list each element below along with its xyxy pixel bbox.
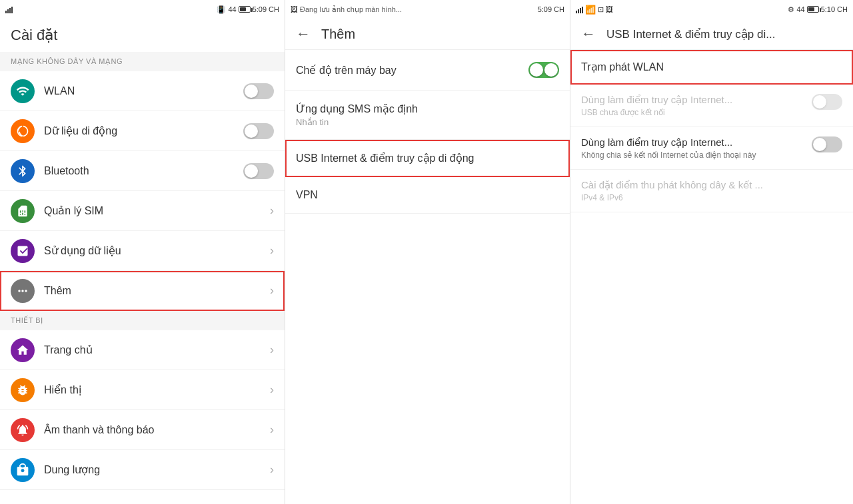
bluetooth-icon	[11, 159, 35, 183]
left-panel: 📳 44 5:09 CH Cài đặt MẠNG KHÔNG DÂY VÀ M…	[0, 0, 285, 504]
more-arrow: ›	[270, 284, 274, 298]
display-label: Hiển thị	[44, 383, 270, 396]
flight-mode-toggle[interactable]	[528, 62, 559, 78]
bluetooth-toggle[interactable]	[243, 163, 274, 179]
settings-item-storage[interactable]: Dung lượng ›	[0, 450, 285, 490]
sms-app-sub: Nhắn tin	[296, 117, 559, 127]
hotspot-settings-text: Cài đặt điểm thu phát không dây & kết ..…	[581, 179, 842, 202]
sms-app-item[interactable]: Ứng dụng SMS mặc định Nhắn tin	[285, 91, 570, 140]
right-battery-level: 44	[796, 5, 804, 13]
right-wifi-icon: 📶	[585, 5, 596, 15]
mobile-hotspot-toggle[interactable]	[812, 136, 842, 152]
settings-item-display[interactable]: Hiển thị ›	[0, 370, 285, 410]
settings-item-mobile-data[interactable]: Dữ liệu di động	[0, 111, 285, 151]
sim-label: Quản lý SIM	[44, 204, 270, 217]
middle-panel: 🖼 Đang lưu ảnh chụp màn hình... 5:09 CH …	[285, 0, 570, 504]
sound-text: Âm thanh và thông báo	[44, 424, 270, 436]
vpn-item[interactable]: VPN	[285, 177, 570, 214]
middle-title: Thêm	[321, 27, 355, 42]
bluetooth-text: Bluetooth	[44, 165, 243, 177]
screenshot-icon: 🖼	[291, 5, 298, 13]
wlan-text: WLAN	[44, 85, 243, 97]
sound-label: Âm thanh và thông báo	[44, 424, 270, 436]
mobile-data-toggle[interactable]	[243, 123, 274, 139]
settings-item-bluetooth[interactable]: Bluetooth	[0, 151, 285, 191]
back-button-middle[interactable]: ←	[296, 25, 311, 43]
back-button-right[interactable]: ←	[581, 25, 596, 43]
time-middle: 5:09 CH	[538, 5, 564, 13]
right-nav: ← USB Internet & điểm truy cập di...	[570, 19, 853, 50]
more-label: Thêm	[44, 285, 270, 297]
right-title: USB Internet & điểm truy cập di...	[606, 27, 775, 41]
data-usage-arrow: ›	[270, 244, 274, 258]
home-text: Trang chủ	[44, 344, 270, 356]
mobile-data-label: Dữ liệu di động	[44, 125, 243, 137]
hotspot-settings-sub: IPv4 & IPv6	[581, 193, 842, 202]
sms-app-label: Ứng dụng SMS mặc định	[296, 103, 559, 115]
signal-icon	[5, 5, 13, 13]
storage-arrow: ›	[270, 463, 274, 477]
flight-mode-row[interactable]: Chế độ trên máy bay	[285, 50, 570, 91]
usb-internet-toggle-title: Dùng làm điểm truy cập Internet...	[581, 94, 812, 106]
vibrate-icon: 📳	[217, 5, 226, 14]
storage-label: Dung lượng	[44, 463, 270, 476]
battery-level-left: 44	[228, 5, 236, 13]
home-icon	[11, 338, 35, 362]
storage-text: Dung lượng	[44, 463, 270, 476]
settings-item-sim[interactable]: Quản lý SIM ›	[0, 191, 285, 231]
sim-icon	[11, 199, 35, 223]
middle-status-bar: 🖼 Đang lưu ảnh chụp màn hình... 5:09 CH	[285, 0, 570, 19]
usb-internet-toggle[interactable]	[812, 94, 842, 110]
settings-item-data-usage[interactable]: Sử dụng dữ liệu ›	[0, 231, 285, 271]
more-icon	[11, 279, 35, 303]
saving-text: Đang lưu ảnh chụp màn hình...	[300, 5, 402, 14]
display-icon	[11, 378, 35, 402]
right-status-bar: 📶 ⊡ 🖼 ⚙ 44 5:10 CH	[570, 0, 853, 19]
section-device: THIẾT BỊ	[0, 311, 285, 330]
middle-nav: ← Thêm	[285, 19, 570, 50]
usb-internet-toggle-row[interactable]: Dùng làm điểm truy cập Internet... USB c…	[570, 85, 853, 127]
middle-status-left: 🖼 Đang lưu ảnh chụp màn hình...	[291, 5, 402, 14]
display-text: Hiển thị	[44, 383, 270, 396]
right-cast-icon: ⊡	[598, 5, 604, 14]
mobile-hotspot-text: Dùng làm điểm truy cập Internet... Không…	[581, 136, 812, 160]
more-text: Thêm	[44, 285, 270, 297]
sim-arrow: ›	[270, 204, 274, 218]
wlan-hotspot-item[interactable]: Trạm phát WLAN	[570, 50, 853, 85]
right-panel: 📶 ⊡ 🖼 ⚙ 44 5:10 CH ← USB Internet & điểm…	[570, 0, 853, 504]
left-app-header: Cài đặt	[0, 19, 285, 52]
settings-item-home[interactable]: Trang chủ ›	[0, 330, 285, 370]
home-arrow: ›	[270, 343, 274, 357]
flight-mode-label: Chế độ trên máy bay	[296, 64, 397, 77]
wlan-hotspot-label: Trạm phát WLAN	[581, 61, 842, 73]
sound-arrow: ›	[270, 423, 274, 437]
data-usage-text: Sử dụng dữ liệu	[44, 244, 270, 257]
right-signal-icon	[576, 5, 583, 13]
right-status-left: 📶 ⊡ 🖼	[576, 5, 613, 15]
right-status-right: ⚙ 44 5:10 CH	[788, 5, 848, 14]
storage-icon	[11, 458, 35, 482]
middle-status-right: 5:09 CH	[538, 5, 564, 13]
usb-internet-item[interactable]: USB Internet & điểm truy cập di động	[285, 140, 570, 177]
settings-item-sound[interactable]: Âm thanh và thông báo ›	[0, 410, 285, 450]
usb-internet-label: USB Internet & điểm truy cập di động	[296, 152, 559, 164]
section-network: MẠNG KHÔNG DÂY VÀ MẠNG	[0, 52, 285, 71]
wlan-toggle[interactable]	[243, 83, 274, 99]
left-status-bar: 📳 44 5:09 CH	[0, 0, 285, 19]
data-usage-label: Sử dụng dữ liệu	[44, 244, 270, 257]
time-right: 5:10 CH	[821, 5, 848, 13]
left-status-left	[5, 5, 13, 13]
right-settings-icon: ⚙	[788, 5, 794, 14]
settings-item-more[interactable]: Thêm ›	[0, 271, 285, 311]
mobile-hotspot-row[interactable]: Dùng làm điểm truy cập Internet... Không…	[570, 127, 853, 170]
right-screenshot-icon: 🖼	[606, 5, 613, 13]
time-left: 5:09 CH	[253, 5, 279, 13]
data-usage-icon	[11, 239, 35, 263]
settings-item-wlan[interactable]: WLAN	[0, 71, 285, 111]
display-arrow: ›	[270, 383, 274, 397]
vpn-label: VPN	[296, 189, 559, 201]
sim-text: Quản lý SIM	[44, 204, 270, 217]
home-label: Trang chủ	[44, 344, 270, 356]
sound-icon	[11, 418, 35, 442]
mobile-hotspot-sub: Không chia sẻ kết nối Internet của điện …	[581, 150, 812, 160]
